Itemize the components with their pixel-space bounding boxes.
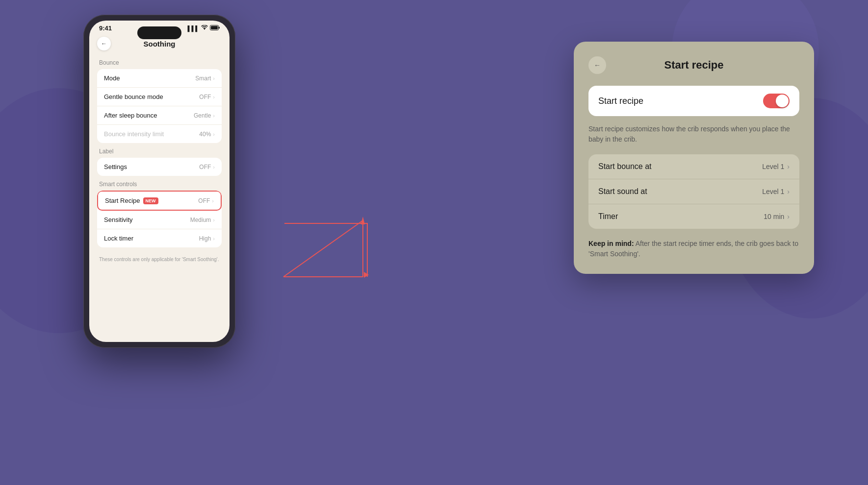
section-label-smart-controls: Smart controls xyxy=(99,181,222,188)
settings-value: OFF › xyxy=(199,164,215,170)
mode-chevron: › xyxy=(213,75,215,81)
phone-footer-note: These controls are only applicable for '… xyxy=(97,252,222,268)
timer-value: 10 min › xyxy=(764,213,790,220)
options-card: Start bounce at Level 1 › Start sound at… xyxy=(588,154,799,229)
toggle-label: Start recipe xyxy=(598,96,643,106)
settings-label: Settings xyxy=(104,163,127,170)
phone-screen-title: Soothing xyxy=(111,40,208,48)
mode-value: Smart › xyxy=(195,75,215,82)
back-button-phone[interactable]: ← xyxy=(97,37,111,50)
status-icons: ▌▌▌ xyxy=(188,25,220,31)
battery-icon xyxy=(210,25,220,31)
gentle-bounce-label: Gentle bounce mode xyxy=(104,93,163,100)
timer-option[interactable]: Timer 10 min › xyxy=(588,204,799,229)
svg-rect-6 xyxy=(219,27,220,29)
back-arrow-recipe-icon: ← xyxy=(594,61,601,69)
lock-timer-row[interactable]: Lock timer High › xyxy=(97,229,222,247)
signal-icon: ▌▌▌ xyxy=(188,25,199,31)
start-recipe-label: Start Recipe xyxy=(105,197,140,204)
label-settings-card: Settings OFF › xyxy=(97,158,222,176)
settings-chevron: › xyxy=(213,164,215,170)
section-label-label: Label xyxy=(99,148,222,155)
start-bounce-option[interactable]: Start bounce at Level 1 › xyxy=(588,154,799,179)
wifi-icon xyxy=(201,25,208,31)
sensitivity-row[interactable]: Sensitivity Medium › xyxy=(97,211,222,229)
bounce-intensity-row[interactable]: Bounce intensity limit 40% › xyxy=(97,125,222,143)
timer-chevron: › xyxy=(787,213,790,220)
recipe-panel: ← Start recipe Start recipe Start recipe… xyxy=(574,42,814,274)
recipe-description: Start recipe customizes how the crib res… xyxy=(588,124,799,145)
phone-wrapper: 9:41 ▌▌▌ ← Soothing xyxy=(83,15,235,348)
lock-timer-label: Lock timer xyxy=(104,235,133,242)
mode-label: Mode xyxy=(104,74,120,82)
timer-label: Timer xyxy=(598,212,618,221)
gentle-bounce-value: OFF › xyxy=(199,94,215,100)
sensitivity-chevron: › xyxy=(213,217,215,223)
toggle-knob xyxy=(776,95,789,107)
bounce-intensity-label: Bounce intensity limit xyxy=(104,130,164,138)
start-recipe-row[interactable]: Start Recipe NEW OFF › xyxy=(98,192,221,210)
start-sound-label: Start sound at xyxy=(598,187,647,196)
back-arrow-icon: ← xyxy=(101,40,107,47)
back-button-recipe[interactable]: ← xyxy=(588,56,606,74)
after-sleep-chevron: › xyxy=(213,113,215,119)
start-bounce-chevron: › xyxy=(787,163,790,170)
recipe-panel-title: Start recipe xyxy=(606,59,782,72)
sensitivity-label: Sensitivity xyxy=(104,216,133,223)
after-sleep-label: After sleep bounce xyxy=(104,112,157,119)
mode-row[interactable]: Mode Smart › xyxy=(97,69,222,88)
start-sound-chevron: › xyxy=(787,188,790,195)
recipe-panel-header: ← Start recipe xyxy=(588,56,799,74)
start-sound-value: Level 1 › xyxy=(762,188,790,195)
sensitivity-value: Medium › xyxy=(190,217,215,223)
settings-row[interactable]: Settings OFF › xyxy=(97,158,222,176)
start-sound-option[interactable]: Start sound at Level 1 › xyxy=(588,179,799,204)
phone-screen: 9:41 ▌▌▌ ← Soothing xyxy=(89,21,230,342)
start-bounce-label: Start bounce at xyxy=(598,162,652,171)
keep-in-mind-text: Keep in mind: After the start recipe tim… xyxy=(588,239,799,259)
start-recipe-highlighted: Start Recipe NEW OFF › xyxy=(97,191,222,211)
after-sleep-value: Gentle › xyxy=(194,112,215,119)
dynamic-island xyxy=(137,26,181,39)
phone-frame: 9:41 ▌▌▌ ← Soothing xyxy=(83,15,235,348)
lock-timer-chevron: › xyxy=(213,236,215,242)
arrow-horizontal xyxy=(284,223,368,224)
new-badge: NEW xyxy=(143,197,158,204)
arrow-vertical xyxy=(367,223,368,277)
section-label-bounce: Bounce xyxy=(99,59,222,66)
toggle-switch[interactable] xyxy=(763,94,790,108)
toggle-card: Start recipe xyxy=(588,86,799,116)
gentle-bounce-chevron: › xyxy=(213,94,215,100)
arrow-head xyxy=(364,272,372,278)
start-bounce-value: Level 1 › xyxy=(762,163,790,170)
phone-content: Bounce Mode Smart › Gentle bounce mode O… xyxy=(89,55,230,268)
start-recipe-chevron: › xyxy=(212,198,214,204)
after-sleep-row[interactable]: After sleep bounce Gentle › xyxy=(97,106,222,125)
lock-timer-value: High › xyxy=(199,235,215,242)
svg-line-0 xyxy=(283,220,363,277)
bounce-intensity-value: 40% › xyxy=(199,131,215,138)
svg-rect-5 xyxy=(211,26,218,29)
start-recipe-value: OFF › xyxy=(198,197,214,204)
gentle-bounce-row[interactable]: Gentle bounce mode OFF › xyxy=(97,88,222,106)
keep-in-mind-prefix: Keep in mind: xyxy=(588,240,634,247)
bounce-intensity-chevron: › xyxy=(213,131,215,137)
status-time: 9:41 xyxy=(99,24,112,32)
smart-controls-card: Start Recipe NEW OFF › Sensitivity xyxy=(97,191,222,247)
bounce-settings-card: Mode Smart › Gentle bounce mode OFF › xyxy=(97,69,222,143)
